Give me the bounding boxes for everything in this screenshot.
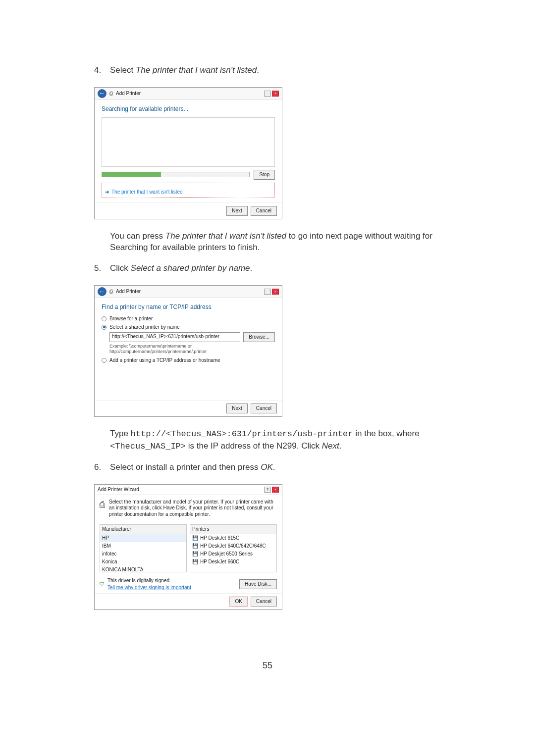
step4-pre: Select [110, 65, 133, 75]
cancel-button[interactable]: Cancel [251, 206, 277, 216]
minimize-icon[interactable] [264, 289, 271, 295]
step-number: 6. [94, 461, 105, 473]
minimize-icon[interactable] [264, 91, 271, 97]
radio-shared-label: Select a shared printer by name [109, 324, 180, 331]
post5-b: in the box, where [355, 429, 419, 438]
next-button[interactable]: Next [226, 206, 248, 216]
step4-ital: The printer that I want isn't listed [136, 65, 257, 75]
manufacturer-panel: Manufacturer HP IBM infotec Konica KONIC… [100, 524, 187, 572]
step-6: 6. Select or install a printer and then … [94, 461, 441, 473]
wizard-instruction: Select the manufacturer and model of you… [109, 499, 277, 518]
disk-icon: 💾 [192, 535, 198, 542]
ok-button[interactable]: OK [229, 597, 247, 606]
help-icon[interactable]: ? [264, 487, 271, 493]
radio-icon[interactable] [102, 316, 107, 321]
section-title: Find a printer by name or TCP/IP address [102, 303, 275, 311]
manufacturer-header: Manufacturer [100, 525, 186, 534]
have-disk-button[interactable]: Have Disk... [239, 579, 277, 589]
post4-b: The printer that I want isn't listed [165, 231, 286, 241]
printers-list[interactable]: 💾HP DeskJet 615C 💾HP DeskJet 640C/642C/6… [190, 534, 276, 566]
list-item[interactable]: Konica [100, 558, 186, 566]
step6-pre: Select or install a printer and then pre… [110, 462, 259, 472]
highlighted-link-box: ➔ The printer that I want isn't listed [102, 183, 275, 198]
cancel-button[interactable]: Cancel [251, 403, 277, 413]
list-item[interactable]: 💾HP Deskjet 6500 Series [190, 550, 276, 558]
post5-url: http://<Thecus_NAS>:631/printers/usb-pri… [131, 429, 353, 439]
step6-ital: OK [261, 462, 273, 472]
section-title: Searching for available printers... [102, 105, 275, 113]
post5-c: is the IP address of the N299. Click [188, 441, 320, 451]
radio-shared-by-name[interactable]: Select a shared printer by name [102, 324, 275, 331]
dialog-add-printer-1: ← ⎙ Add Printer × Searching for availabl… [94, 87, 282, 219]
list-item[interactable]: HP [100, 534, 186, 542]
screenshot-3: Add Printer Wizard ? × ⎙ Select the manu… [94, 484, 441, 610]
disk-icon: 💾 [192, 543, 198, 550]
stop-button[interactable]: Stop [254, 170, 275, 180]
radio-tcpip[interactable]: Add a printer using a TCP/IP address or … [102, 357, 275, 364]
step-number: 4. [94, 64, 105, 76]
dialog-title: Add Printer [116, 288, 141, 295]
step5-post: . [250, 263, 253, 273]
printer-not-listed-link[interactable]: The printer that I want isn't listed [111, 189, 183, 196]
radio-browse-label: Browse for a printer [109, 315, 153, 322]
browse-button[interactable]: Browse... [243, 332, 275, 342]
list-item[interactable]: infotec [100, 550, 186, 558]
list-item[interactable]: 💾HP DeskJet 615C [190, 534, 276, 542]
disk-icon: 💾 [192, 558, 198, 565]
radio-icon[interactable] [102, 358, 107, 363]
printer-url-input[interactable]: http://<Thecus_NAS_IP>:631/printers/usb-… [109, 332, 240, 342]
step6-post: . [273, 462, 275, 472]
step4-post: . [257, 65, 259, 75]
step-4: 4. Select The printer that I want isn't … [94, 64, 441, 76]
dialog-title: Add Printer [116, 90, 141, 97]
signed-text: This driver is digitally signed. [107, 577, 191, 584]
tell-me-why-link[interactable]: Tell me why driver signing is important [107, 584, 191, 591]
next-button[interactable]: Next [226, 403, 248, 413]
printers-header: Printers [190, 525, 276, 534]
dialog-title: Add Printer Wizard [98, 486, 139, 493]
screenshot-2: ← ⎙ Add Printer × Find a printer by name… [94, 285, 441, 417]
list-item[interactable]: IBM [100, 542, 186, 550]
screenshot-1: ← ⎙ Add Printer × Searching for availabl… [94, 87, 441, 219]
search-results-box [102, 117, 275, 167]
post5-a: Type [110, 429, 128, 438]
disk-icon: 💾 [192, 551, 198, 557]
dialog-add-printer-2: ← ⎙ Add Printer × Find a printer by name… [94, 285, 282, 417]
step5-pre: Click [110, 263, 128, 273]
example-text: Example: \\computername\printername or h… [109, 344, 275, 354]
printer-wizard-icon: ⎙ [100, 499, 105, 511]
close-icon[interactable]: × [272, 487, 279, 493]
shield-icon: 🛡 [100, 581, 105, 588]
printer-icon: ⎙ [109, 288, 113, 295]
progress-bar [102, 172, 250, 177]
post5-d: Next [322, 441, 339, 451]
page-number: 55 [94, 659, 441, 672]
manufacturer-list[interactable]: HP IBM infotec Konica KONICA MINOLTA [100, 534, 186, 572]
close-icon[interactable]: × [272, 289, 279, 295]
close-icon[interactable]: × [272, 91, 279, 97]
arrow-icon: ➔ [105, 189, 109, 196]
post5-e: . [339, 441, 342, 451]
printer-icon: ⎙ [109, 90, 113, 97]
dialog-add-printer-wizard: Add Printer Wizard ? × ⎙ Select the manu… [94, 484, 282, 610]
post4-a: You can press [110, 231, 163, 241]
step5-ital: Select a shared printer by name [131, 263, 250, 273]
printers-panel: Printers 💾HP DeskJet 615C 💾HP DeskJet 64… [190, 524, 277, 572]
list-item[interactable]: KONICA MINOLTA [100, 566, 186, 572]
step-number: 5. [94, 262, 105, 274]
list-item[interactable]: 💾HP DeskJet 640C/642C/648C [190, 542, 276, 550]
list-item[interactable]: 💾HP DeskJet 660C [190, 558, 276, 566]
back-icon[interactable]: ← [98, 287, 107, 296]
post5-ip: <Thecus_NAS_IP> [110, 442, 186, 451]
radio-tcpip-label: Add a printer using a TCP/IP address or … [109, 357, 220, 364]
back-icon[interactable]: ← [98, 89, 107, 98]
cancel-button[interactable]: Cancel [251, 597, 277, 606]
radio-icon[interactable] [102, 325, 107, 330]
radio-browse[interactable]: Browse for a printer [102, 315, 275, 322]
step-5: 5. Click Select a shared printer by name… [94, 262, 441, 274]
